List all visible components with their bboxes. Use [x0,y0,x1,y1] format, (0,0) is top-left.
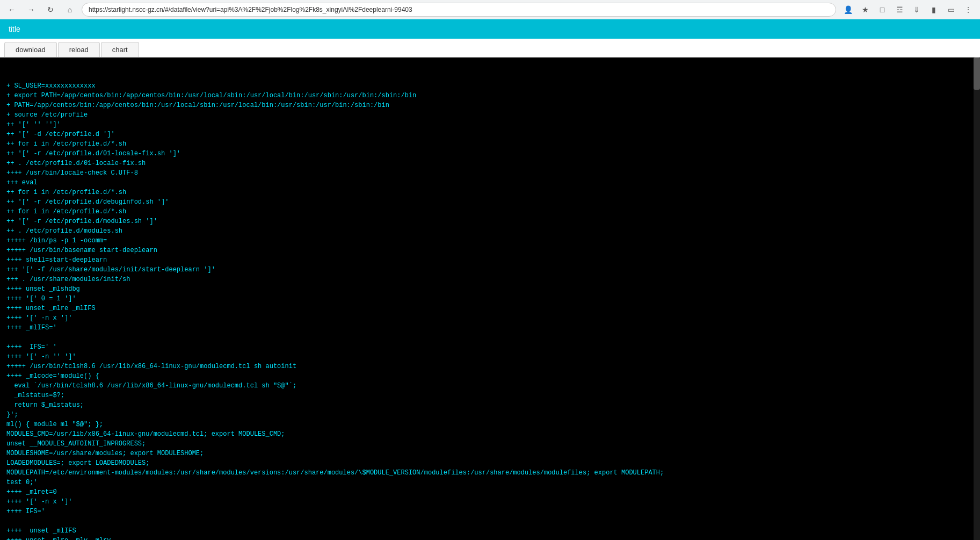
home-button[interactable]: ⌂ [62,2,77,17]
tab-reload[interactable]: reload [58,42,100,57]
downloads-icon[interactable]: ⇓ [909,2,924,17]
scrollbar-track[interactable] [974,57,980,540]
address-bar[interactable]: https://starlight.nscc-gz.cn/#/datafile/… [82,3,836,17]
forward-button[interactable]: → [24,2,39,17]
tab-bar: download reload chart [0,39,980,57]
extensions-icon[interactable]: ▮ [926,2,941,17]
terminal-content: + SL_USER=xxxxxxxxxxxxx + export PATH=/a… [6,81,974,540]
back-button[interactable]: ← [4,2,19,17]
profile-icon[interactable]: 👤 [840,2,855,17]
more-icon[interactable]: ⋮ [961,2,976,17]
scrollbar-thumb[interactable] [974,57,980,90]
reload-button[interactable]: ↻ [43,2,58,17]
bookmarks-icon[interactable]: ☲ [892,2,907,17]
title-bar: title [0,19,980,39]
tab-chart[interactable]: chart [101,42,139,57]
cast-icon[interactable]: ▭ [943,2,959,17]
star-icon[interactable]: ★ [858,2,873,17]
tab-icon[interactable]: □ [875,2,890,17]
browser-bar: ← → ↻ ⌂ https://starlight.nscc-gz.cn/#/d… [0,0,980,19]
browser-actions: 👤 ★ □ ☲ ⇓ ▮ ▭ ⋮ [840,2,976,17]
tab-download[interactable]: download [4,42,57,57]
terminal-output: + SL_USER=xxxxxxxxxxxxx + export PATH=/a… [0,57,980,540]
page-title: title [9,25,20,33]
url-text: https://starlight.nscc-gz.cn/#/datafile/… [89,6,412,13]
